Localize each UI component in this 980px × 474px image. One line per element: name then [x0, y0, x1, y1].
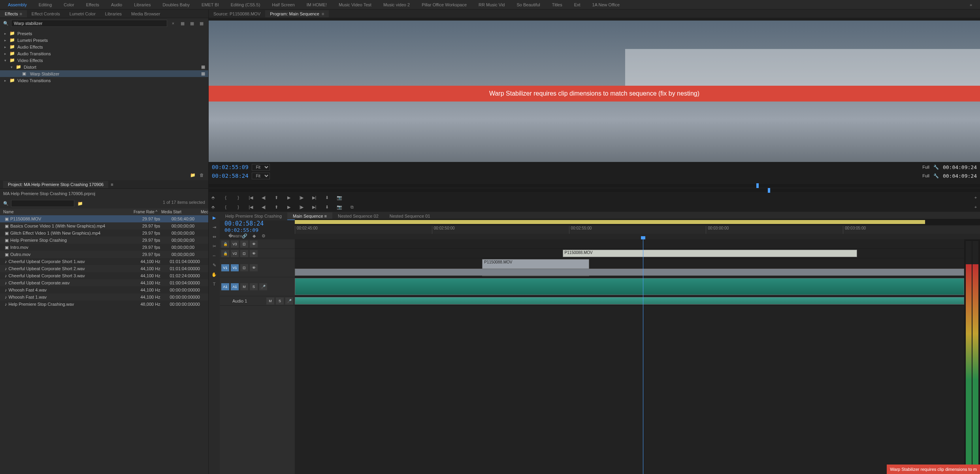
- source-patch[interactable]: V1: [221, 264, 229, 271]
- toggle-output-icon[interactable]: 👁: [250, 250, 258, 257]
- col-mediastart[interactable]: Media Start: [161, 210, 201, 214]
- workspace-cs55[interactable]: Editing (CS5.5): [231, 2, 260, 7]
- toggle-output-icon[interactable]: 👁: [250, 241, 258, 248]
- new-bin-icon[interactable]: 📁: [189, 171, 196, 179]
- bin-icon[interactable]: 📁: [77, 200, 84, 207]
- tree-distort[interactable]: ▾📁Distort▦: [0, 64, 208, 70]
- razor-tool-icon[interactable]: ✂: [211, 243, 218, 250]
- playhead-icon[interactable]: [756, 183, 759, 188]
- workspace-office[interactable]: 1A New Office: [592, 2, 620, 7]
- tab-source[interactable]: Source: P1150088.MOV: [209, 10, 265, 17]
- workspace-effects[interactable]: Effects: [86, 2, 99, 7]
- clear-search-icon[interactable]: ×: [170, 20, 177, 27]
- track-head-v3[interactable]: 🔒V3⊡👁: [220, 239, 295, 249]
- track-select-tool-icon[interactable]: ⇥: [211, 224, 218, 231]
- workspace-pillar[interactable]: Pillar Office Workspace: [422, 2, 467, 7]
- workspace-half[interactable]: Half Screen: [272, 2, 294, 7]
- workspace-audio[interactable]: Audio: [111, 2, 122, 7]
- project-row[interactable]: ▣ Basics Course Video 1 (With New Graphi…: [0, 222, 208, 229]
- overwrite-icon[interactable]: ⬇: [322, 194, 331, 201]
- tab-effect-controls[interactable]: Effect Controls: [27, 10, 65, 17]
- zoom-select-2[interactable]: Fit: [252, 173, 270, 179]
- clip-audio[interactable]: [295, 278, 964, 295]
- tab-media-browser[interactable]: Media Browser: [126, 10, 165, 17]
- workspace-emet[interactable]: EMET BI: [202, 2, 219, 7]
- track-target[interactable]: V3: [231, 241, 239, 248]
- program-timecode[interactable]: 00:02:58:24: [212, 173, 249, 179]
- col-framerate[interactable]: Frame Rate ^: [134, 210, 161, 214]
- track-lanes[interactable]: P1150088.MOV P1150088.MOV: [295, 239, 964, 474]
- solo-icon[interactable]: S: [276, 297, 284, 305]
- project-row[interactable]: ♪ Cheerful Upbeat Corporate Short 2.wav …: [0, 265, 208, 272]
- voice-icon[interactable]: 🎤: [259, 283, 267, 290]
- sync-lock-icon[interactable]: ⊡: [240, 264, 248, 271]
- mark-clip-icon[interactable]: }: [234, 194, 243, 201]
- extract-icon[interactable]: ⬇: [322, 203, 331, 211]
- project-row[interactable]: ♪ Cheerful Upbeat Corporate Short 3.wav …: [0, 272, 208, 279]
- marker-icon[interactable]: ◆: [251, 232, 258, 239]
- tab-lumetri[interactable]: Lumetri Color: [65, 10, 100, 17]
- lock-icon[interactable]: 🔒: [221, 250, 229, 257]
- workspace-mvt[interactable]: Music Video Test: [339, 2, 371, 7]
- track-target[interactable]: V1: [231, 264, 239, 271]
- col-name[interactable]: Name: [3, 210, 134, 214]
- workspace-ext[interactable]: Ext: [574, 2, 580, 7]
- lift-icon[interactable]: ⬆: [272, 203, 281, 211]
- step-fwd-icon[interactable]: |▶: [297, 194, 306, 201]
- lane-a1[interactable]: [295, 277, 964, 296]
- add-button-icon[interactable]: +: [971, 203, 980, 211]
- ripple-edit-tool-icon[interactable]: ⇔: [211, 233, 218, 240]
- lock-icon[interactable]: 🔒: [221, 241, 229, 248]
- type-tool-icon[interactable]: T: [211, 280, 218, 288]
- workspace-beautiful[interactable]: So Beautiful: [517, 2, 540, 7]
- mark-clip-icon[interactable]: }: [234, 203, 243, 211]
- preset-icon-3[interactable]: ▦: [198, 20, 205, 27]
- timeline-timecode[interactable]: 00:02:58:24: [220, 220, 283, 227]
- source-scrubber[interactable]: [209, 184, 980, 187]
- clip-v2[interactable]: P1150088.MOV: [563, 250, 857, 257]
- wrench-icon[interactable]: 🔧: [933, 172, 940, 179]
- program-scrubber[interactable]: [209, 189, 980, 192]
- workspace-rr[interactable]: RR Music Vid: [479, 2, 505, 7]
- insert-icon[interactable]: ⬆: [272, 194, 281, 201]
- resolution-select-2[interactable]: Full: [922, 173, 929, 178]
- panel-menu-icon[interactable]: ≡: [322, 11, 324, 16]
- selection-tool-icon[interactable]: ▶: [211, 214, 218, 221]
- linked-selection-icon[interactable]: 🔗: [241, 232, 248, 239]
- project-list[interactable]: ▣ P1150088.MOV 29.97 fps 00;56;40;00 0 ▣…: [0, 215, 208, 474]
- track-head-v1[interactable]: V1V1⊡👁: [220, 258, 295, 277]
- zoom-select[interactable]: Fit: [252, 164, 270, 171]
- track-head-audio1[interactable]: Audio 1MS🎤: [220, 296, 295, 306]
- pen-tool-icon[interactable]: ✎: [211, 261, 218, 269]
- mute-icon[interactable]: M: [266, 297, 274, 305]
- sync-lock-icon[interactable]: ⊡: [240, 250, 248, 257]
- workspace-doubles[interactable]: Doubles Baby: [162, 2, 190, 7]
- program-viewport[interactable]: Warp Stabilizer requires clip dimensions…: [209, 21, 980, 162]
- project-row[interactable]: ▣ Intro.mov 29.97 fps 00;00;00;00 0: [0, 244, 208, 251]
- play-icon[interactable]: ▶: [285, 194, 293, 201]
- lane-v1[interactable]: P1150088.MOV: [295, 258, 964, 277]
- lane-v3[interactable]: [295, 239, 964, 249]
- go-to-out-icon[interactable]: ▶|: [310, 194, 318, 201]
- clip-base[interactable]: [295, 269, 964, 276]
- preset-icon-2[interactable]: ▦: [188, 20, 196, 27]
- source-patch[interactable]: A1: [221, 283, 229, 290]
- workspace-editing[interactable]: Editing: [39, 2, 52, 7]
- tab-effects[interactable]: Effects≡: [0, 10, 27, 17]
- mark-in-icon[interactable]: ⬘: [209, 194, 217, 201]
- timeline-playhead[interactable]: [643, 239, 643, 474]
- export-frame-icon[interactable]: 📷: [335, 203, 344, 211]
- timeline-overview[interactable]: [295, 219, 980, 225]
- tab-program[interactable]: Program: Main Sequence≡: [265, 10, 329, 17]
- mark-out-icon[interactable]: {: [221, 203, 230, 211]
- export-frame-icon[interactable]: 📷: [335, 194, 344, 201]
- preset-icon-1[interactable]: ▦: [179, 20, 186, 27]
- tree-presets[interactable]: ▸📁Presets: [0, 30, 208, 37]
- go-to-in-icon[interactable]: |◀: [247, 194, 255, 201]
- settings-icon[interactable]: ⚙: [260, 232, 267, 239]
- workspace-color[interactable]: Color: [64, 2, 74, 7]
- lane-v2[interactable]: P1150088.MOV: [295, 249, 964, 258]
- tree-lumetri-presets[interactable]: ▸📁Lumetri Presets: [0, 37, 208, 43]
- voice-icon[interactable]: 🎤: [285, 297, 293, 305]
- project-row[interactable]: ♪ Help Premiere Stop Crashing.wav 48,000…: [0, 301, 208, 308]
